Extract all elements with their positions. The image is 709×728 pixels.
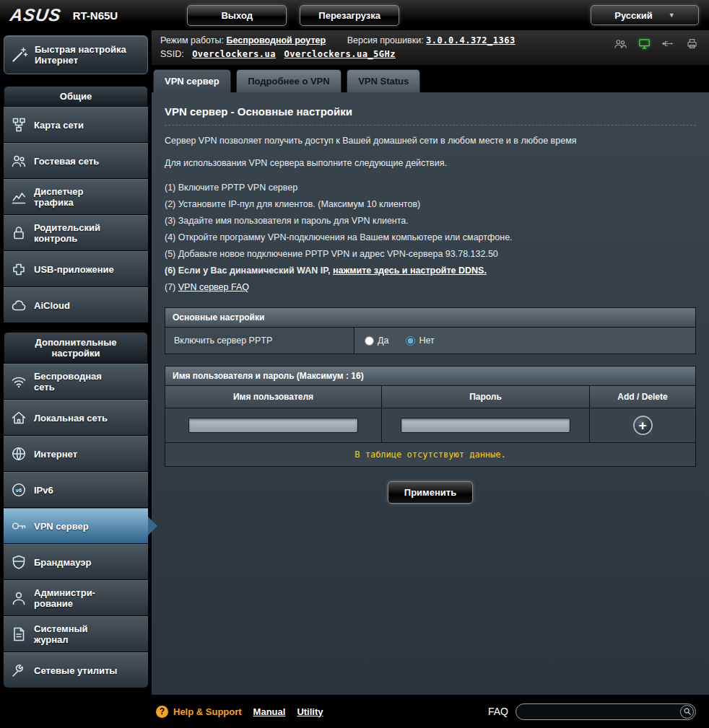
sidebar-item-administration[interactable]: Администри- рование [4,580,148,616]
tab-vpn-server[interactable]: VPN сервер [153,69,231,92]
ssid-24ghz-link[interactable]: Overclockers.ua [192,49,276,59]
main-column: Режим работы: Беспроводной роутер Версия… [152,30,709,695]
firmware-version-link[interactable]: 3.0.0.4.372_1363 [426,35,516,45]
magic-wand-icon [4,45,35,64]
pptp-no-label: Нет [419,336,434,346]
section-general: Общие [4,86,148,107]
manual-link[interactable]: Manual [253,706,286,717]
sidebar-item-vpn-server[interactable]: VPN сервер [4,508,148,544]
quick-setup-label: Быстрая настройка Интернет [35,44,126,66]
sidebar-item-label: Карта сети [34,120,84,131]
sidebar-item-firewall[interactable]: Брандмауэр [4,544,148,580]
sidebar-item-label: USB-приложение [34,264,114,275]
sidebar-item-label: Гостевая сеть [34,156,99,167]
pptp-enable-value: Да Нет [354,328,695,354]
ssid-5ghz-link[interactable]: Overclockers.ua_5GHz [284,49,396,59]
sidebar-item-traffic-manager[interactable]: Диспетчер трафика [4,179,148,215]
user-password-header: Имя пользователя и пароль (Максимум : 16… [165,367,695,386]
pptp-no-radio[interactable] [406,336,415,346]
faq-search-box [516,703,696,720]
logout-button[interactable]: Выход [187,5,287,26]
faq-search-input[interactable] [523,706,680,716]
syslog-icon [4,626,34,643]
pptp-yes-radio[interactable] [365,336,374,346]
add-cell: + [590,408,695,442]
help-support-link[interactable]: Help & Support [173,706,242,717]
firewall-icon [4,553,34,571]
add-user-button[interactable]: + [633,416,653,435]
reboot-button[interactable]: Перезагрузка [300,5,399,26]
wireless-status-icon[interactable] [638,37,651,53]
ddns-setup-link[interactable]: нажмите здесь и настройте DDNS. [333,266,487,276]
sidebar-item-network-tools[interactable]: Сетевые утилиты [4,652,148,688]
pptp-enable-label: Включить сервер PPTP [165,328,354,354]
admin-icon [4,589,34,607]
usb-icon[interactable] [661,37,675,53]
clients-icon[interactable] [614,37,627,53]
lan-icon [4,409,34,426]
body-row: Быстрая настройка Интернет Общие Карта с… [0,30,709,695]
ipv6-icon: v6 [4,481,34,499]
network-map-icon [4,116,34,133]
svg-text:v6: v6 [16,487,22,494]
printer-icon[interactable] [685,37,699,53]
faq-label: FAQ [488,706,508,717]
sidebar-item-aicloud[interactable]: AiCloud [4,287,148,323]
tab-vpn-details[interactable]: Подробнее о VPN [236,69,341,92]
sidebar-item-usb-application[interactable]: USB-приложение [4,251,148,287]
vpn-icon [4,517,34,535]
pptp-no-option[interactable]: Нет [406,336,434,346]
sidebar-item-network-map[interactable]: Карта сети [4,107,148,143]
username-cell [165,408,382,442]
pptp-enable-row: Включить сервер PPTP Да Нет [165,328,695,354]
search-icon[interactable] [680,705,694,719]
sidebar-item-label: AiCloud [34,300,70,311]
sidebar-item-label: Диспетчер трафика [34,186,83,208]
step-4: (4) Откройте программу VPN-подключения н… [165,229,696,246]
lead-text: Для использования VPN сервера выполните … [165,157,696,170]
sidebar-item-wan[interactable]: Интернет [4,436,148,472]
utility-link[interactable]: Utility [297,706,323,717]
chevron-down-icon: ▼ [669,12,675,19]
traffic-manager-icon [4,188,34,206]
ssid-label: SSID: [160,49,184,59]
help-icon[interactable]: ? [156,706,168,718]
new-user-row: + [165,408,695,442]
info-bar: Режим работы: Беспроводной роутер Версия… [152,30,709,65]
internet-icon [4,445,34,462]
operation-mode-link[interactable]: Беспроводной роутер [226,35,326,45]
firmware-label: Версия прошивки: [347,35,424,45]
username-input[interactable] [188,418,358,433]
sidebar-item-label: Беспроводная сеть [34,371,102,392]
sidebar-item-label: Администри- рование [34,587,95,609]
password-column-header: Пароль [382,386,590,408]
sidebar-item-lan[interactable]: Локальная сеть [4,400,148,436]
quick-setup-button[interactable]: Быстрая настройка Интернет [4,35,148,74]
footer: ? Help & Support Manual Utility FAQ [0,695,709,728]
sidebar-item-system-log[interactable]: Системный журнал [4,616,148,652]
wireless-icon [4,373,34,390]
vpn-faq-link[interactable]: VPN сервер FAQ [178,282,249,292]
header-buttons: Выход Перезагрузка [187,5,399,26]
apply-button[interactable]: Применить [388,481,473,504]
table-column-headers: Имя пользователя Пароль Add / Delete [165,386,695,408]
usb-app-icon [4,260,34,278]
sidebar-item-guest-network[interactable]: Гостевая сеть [4,143,148,179]
guest-network-icon [4,152,34,170]
pptp-yes-option[interactable]: Да [365,336,388,346]
network-tools-icon [4,662,34,679]
sidebar: Быстрая настройка Интернет Общие Карта с… [0,30,152,695]
sidebar-item-label: Сетевые утилиты [34,665,117,676]
basic-settings-header: Основные настройки [165,308,695,328]
sidebar-item-label: Системный журнал [34,623,88,645]
step-7-text: (7) [165,282,178,292]
sidebar-item-parental-control[interactable]: Родительский контроль [4,215,148,251]
password-cell [382,408,590,442]
sidebar-item-wireless[interactable]: Беспроводная сеть [4,364,148,400]
tab-vpn-status[interactable]: VPN Status [347,69,420,92]
password-input[interactable] [401,418,570,433]
parental-control-icon [4,224,34,242]
sidebar-item-label: Брандмауэр [34,557,91,568]
language-select[interactable]: Русский ▼ [591,5,699,25]
sidebar-item-ipv6[interactable]: v6 IPv6 [4,472,148,508]
